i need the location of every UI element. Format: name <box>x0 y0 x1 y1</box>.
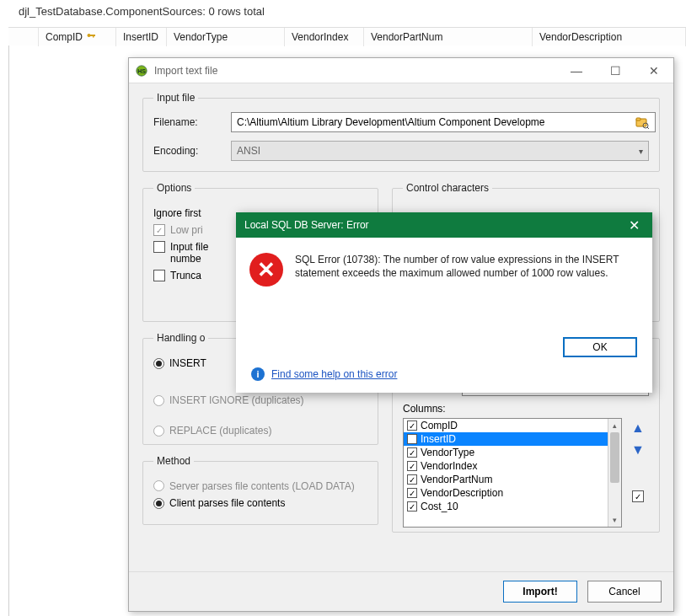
column-item-label: InsertID <box>421 433 456 445</box>
error-message: SQL Error (10738): The number of row val… <box>295 253 639 329</box>
error-dialog-titlebar[interactable]: Local SQL DB Server: Error ✕ <box>236 212 652 238</box>
browse-file-icon[interactable] <box>635 115 649 129</box>
bg-col-vendordescription[interactable]: VendorDescription <box>533 28 686 46</box>
filename-label: Filename: <box>153 116 231 128</box>
svg-text:HS: HS <box>137 67 146 73</box>
error-dialog: Local SQL DB Server: Error ✕ ✕ SQL Error… <box>236 212 652 393</box>
import-dialog-titlebar[interactable]: HS Import text file — ☐ ✕ <box>129 58 673 83</box>
columns-scrollbar[interactable]: ▴ ▾ <box>608 419 621 527</box>
column-item-label: VendorType <box>421 447 474 458</box>
control-characters-legend: Control characters <box>403 182 492 194</box>
column-checkbox[interactable]: ✓ <box>407 474 417 485</box>
dialog-button-bar: Import! Cancel <box>129 571 673 611</box>
options-legend: Options <box>153 182 195 194</box>
scroll-up-icon[interactable]: ▴ <box>608 419 621 432</box>
background-table-title: djl_TestDatabase.ComponentSources: 0 row… <box>19 5 265 18</box>
encoding-select[interactable]: ANSI ▾ <box>231 141 649 161</box>
column-item[interactable]: ✓VendorPartNum <box>404 473 608 486</box>
column-checkbox[interactable]: ✓ <box>407 420 417 431</box>
move-column-up-button[interactable]: ▲ <box>631 421 645 435</box>
error-help-link[interactable]: Find some help on this error <box>271 368 397 380</box>
column-item-label: VendorPartNum <box>421 474 492 485</box>
column-item[interactable]: ✓VendorType <box>404 446 608 459</box>
scroll-thumb[interactable] <box>610 432 619 483</box>
svg-line-5 <box>647 127 649 129</box>
method-server-radio[interactable]: Server parses file contents (LOAD DATA) <box>153 480 367 492</box>
error-close-button[interactable]: ✕ <box>624 217 644 233</box>
column-item-label: VendorIndex <box>421 460 477 472</box>
primary-key-icon <box>86 31 96 43</box>
columns-label: Columns: <box>403 403 649 415</box>
background-grid-header-row: CompID InsertID VendorType VendorIndex V… <box>8 27 686 61</box>
heidisql-icon: HS <box>136 65 147 77</box>
column-item-label: CompID <box>421 420 458 431</box>
column-item[interactable]: ✓CompID <box>404 419 608 432</box>
column-checkbox[interactable]: ✓ <box>407 461 417 471</box>
column-item-label: Cost_10 <box>421 501 458 512</box>
column-item[interactable]: ✓VendorIndex <box>404 459 608 473</box>
close-button[interactable]: ✕ <box>635 58 673 83</box>
columns-listbox[interactable]: ✓CompIDInsertID✓VendorType✓VendorIndex✓V… <box>403 418 622 528</box>
encoding-label: Encoding: <box>153 145 231 157</box>
bg-col-vendorpartnum[interactable]: VendorPartNum <box>364 28 533 46</box>
method-legend: Method <box>153 455 194 467</box>
bg-grid-border <box>8 46 9 616</box>
move-column-down-button[interactable]: ▼ <box>631 443 645 457</box>
handling-legend: Handling o <box>153 332 208 344</box>
svg-rect-3 <box>636 118 640 121</box>
column-item-label: VendorDescription <box>421 487 503 499</box>
column-item[interactable]: ✓VendorDescription <box>404 486 608 500</box>
minimize-button[interactable]: — <box>557 58 596 83</box>
bg-col-insertid[interactable]: InsertID <box>116 28 167 46</box>
import-button[interactable]: Import! <box>503 581 577 603</box>
chevron-down-icon: ▾ <box>639 147 643 156</box>
bg-col-compid[interactable]: CompID <box>39 28 116 46</box>
error-ok-button[interactable]: OK <box>563 337 637 357</box>
info-icon: i <box>251 367 265 381</box>
bg-col-vendortype[interactable]: VendorType <box>167 28 285 46</box>
input-file-group: Input file Filename: C:\Altium\Altium Li… <box>142 92 660 172</box>
handling-insert-ignore-radio[interactable]: INSERT IGNORE (duplicates) <box>153 394 367 406</box>
handling-replace-radio[interactable]: REPLACE (duplicates) <box>153 425 367 437</box>
column-checkbox[interactable] <box>407 434 417 444</box>
column-item[interactable]: ✓Cost_10 <box>404 500 608 513</box>
method-group: Method Server parses file contents (LOAD… <box>142 455 378 525</box>
cancel-button[interactable]: Cancel <box>587 581 662 603</box>
error-icon: ✕ <box>249 253 283 287</box>
error-dialog-title: Local SQL DB Server: Error <box>244 219 369 231</box>
filename-input[interactable]: C:\Altium\Altium Library Development\Alt… <box>231 112 656 132</box>
input-file-legend: Input file <box>153 92 198 104</box>
bg-col-vendorindex[interactable]: VendorIndex <box>285 28 364 46</box>
toggle-all-columns-checkbox[interactable]: ✓ <box>632 490 644 502</box>
column-checkbox[interactable]: ✓ <box>407 447 417 458</box>
scroll-down-icon[interactable]: ▾ <box>608 513 621 527</box>
column-checkbox[interactable]: ✓ <box>407 488 417 498</box>
import-dialog-title: Import text file <box>154 65 557 77</box>
method-client-radio[interactable]: Client parses file contents <box>153 497 367 509</box>
column-checkbox[interactable]: ✓ <box>407 501 417 512</box>
maximize-button[interactable]: ☐ <box>596 58 635 83</box>
column-item[interactable]: InsertID <box>404 432 608 446</box>
